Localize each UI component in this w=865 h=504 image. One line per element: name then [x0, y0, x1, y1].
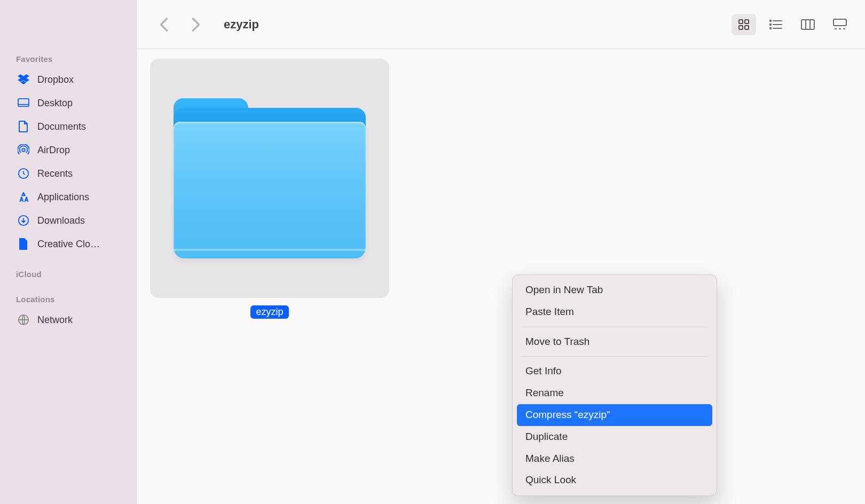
menu-item-make-alias[interactable]: Make Alias	[517, 448, 712, 470]
view-list-button[interactable]	[764, 14, 788, 35]
view-gallery-button[interactable]	[828, 14, 852, 35]
file-icon	[17, 238, 30, 250]
folder-label[interactable]: ezyzip	[250, 305, 288, 319]
menu-item-get-info[interactable]: Get Info	[517, 360, 712, 382]
menu-item-paste[interactable]: Paste Item	[517, 301, 712, 323]
content-area[interactable]: ezyzip Open in New Tab Paste Item Move t…	[137, 49, 865, 504]
sidebar-item-label: Downloads	[37, 215, 85, 226]
network-icon	[17, 313, 30, 326]
sidebar-item-label: Desktop	[37, 98, 73, 109]
menu-separator	[521, 356, 708, 357]
clock-icon	[17, 167, 30, 180]
svg-rect-16	[801, 20, 814, 29]
svg-rect-6	[739, 20, 743, 23]
svg-point-2	[22, 148, 25, 152]
sidebar-item-label: Dropbox	[37, 74, 74, 85]
menu-item-open-new-tab[interactable]: Open in New Tab	[517, 279, 712, 301]
sidebar-item-downloads[interactable]: Downloads	[0, 209, 137, 232]
sidebar-item-desktop[interactable]: Desktop	[0, 91, 137, 115]
window-title: ezyzip	[224, 18, 259, 32]
sidebar-item-network[interactable]: Network	[0, 308, 137, 332]
sidebar-item-label: Network	[37, 314, 73, 326]
document-icon	[17, 120, 30, 133]
sidebar-item-airdrop[interactable]: AirDrop	[0, 138, 137, 162]
svg-point-14	[770, 27, 771, 28]
view-switcher	[732, 14, 852, 35]
applications-icon	[17, 191, 30, 203]
sidebar-item-label: AirDrop	[37, 145, 70, 156]
sidebar-item-applications[interactable]: Applications	[0, 185, 137, 209]
sidebar-item-creative-cloud[interactable]: Creative Clo…	[0, 232, 137, 256]
dropbox-icon	[17, 73, 30, 86]
sidebar-item-label: Creative Clo…	[37, 239, 100, 250]
svg-rect-19	[833, 19, 846, 26]
sidebar-item-dropbox[interactable]: Dropbox	[0, 68, 137, 91]
sidebar-item-label: Recents	[37, 168, 73, 179]
sidebar-section-icloud: iCloud	[0, 256, 137, 283]
svg-rect-7	[745, 20, 749, 23]
svg-rect-0	[18, 99, 29, 106]
desktop-icon	[17, 97, 30, 109]
sidebar-section-locations: Locations	[0, 283, 137, 308]
toolbar: ezyzip	[137, 0, 865, 49]
sidebar-item-recents[interactable]: Recents	[0, 162, 137, 185]
context-menu: Open in New Tab Paste Item Move to Trash…	[512, 274, 717, 496]
menu-item-duplicate[interactable]: Duplicate	[517, 426, 712, 448]
menu-separator	[521, 327, 708, 327]
svg-rect-9	[745, 26, 749, 29]
sidebar: Favorites Dropbox Desktop Documents AirD…	[0, 0, 137, 504]
sidebar-item-label: Applications	[37, 192, 89, 203]
folder-item-ezyzip[interactable]: ezyzip	[150, 59, 389, 319]
svg-point-10	[770, 20, 771, 21]
sidebar-section-favorites: Favorites	[0, 9, 137, 68]
svg-point-12	[770, 23, 771, 25]
menu-item-compress[interactable]: Compress “ezyzip”	[517, 404, 712, 426]
downloads-icon	[17, 214, 30, 227]
menu-item-rename[interactable]: Rename	[517, 382, 712, 404]
airdrop-icon	[17, 144, 30, 156]
svg-rect-8	[739, 26, 743, 29]
menu-item-quick-look[interactable]: Quick Look	[517, 469, 712, 491]
sidebar-item-documents[interactable]: Documents	[0, 115, 137, 138]
folder-selection-tile	[150, 59, 389, 298]
menu-item-move-to-trash[interactable]: Move to Trash	[517, 331, 712, 353]
view-columns-button[interactable]	[796, 14, 820, 35]
forward-button[interactable]	[186, 15, 206, 34]
back-button[interactable]	[154, 15, 174, 34]
main-pane: ezyzip ezy	[137, 0, 865, 504]
folder-icon	[174, 98, 366, 258]
sidebar-item-label: Documents	[37, 121, 86, 132]
view-icons-button[interactable]	[732, 14, 756, 35]
